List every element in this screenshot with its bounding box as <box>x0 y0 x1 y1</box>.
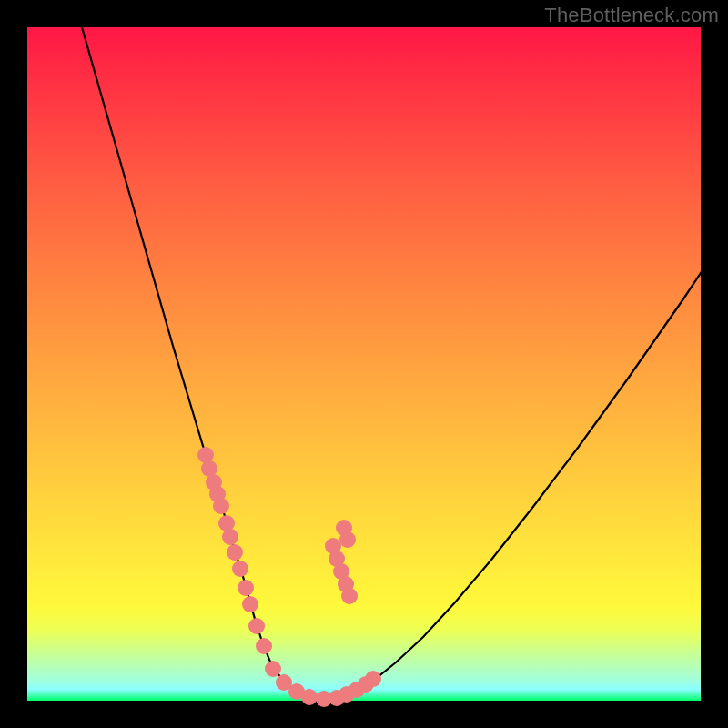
marker-dot <box>222 529 238 545</box>
marker-dot <box>341 588 358 604</box>
marker-dot <box>301 689 318 705</box>
marker-dot <box>265 661 281 677</box>
bottleneck-curve <box>82 27 719 699</box>
curve-markers <box>197 447 381 707</box>
marker-dot <box>238 580 254 596</box>
outer-frame: TheBottleneck.com <box>0 0 728 728</box>
chart-svg <box>27 27 701 701</box>
marker-dot <box>232 561 248 577</box>
marker-dot <box>248 618 265 634</box>
marker-dot <box>242 596 258 612</box>
marker-dot <box>365 671 381 687</box>
marker-dot <box>213 498 229 514</box>
marker-dot <box>227 544 243 561</box>
marker-dot <box>339 531 356 548</box>
marker-dot <box>256 638 272 654</box>
watermark-text: TheBottleneck.com <box>544 4 719 27</box>
